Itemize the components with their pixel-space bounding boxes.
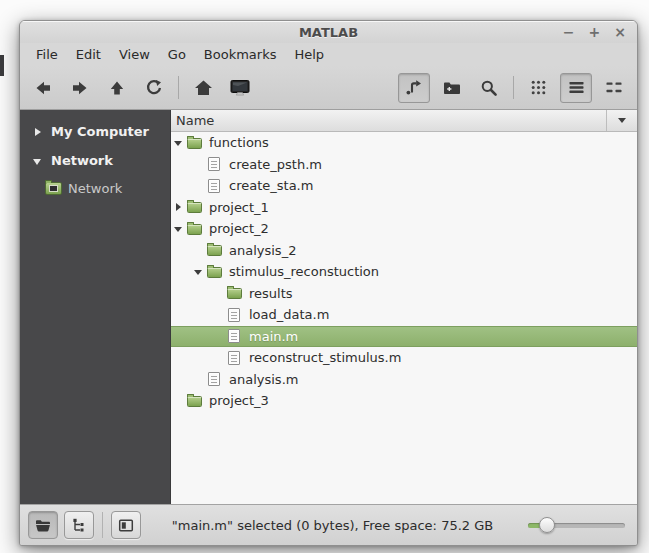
status-text: "main.m" selected (0 bytes), Free space:… xyxy=(147,518,518,533)
expander-collapsed-icon[interactable] xyxy=(33,127,43,137)
back-button[interactable] xyxy=(28,74,58,102)
expander-expanded-icon[interactable] xyxy=(33,156,43,166)
expander-expanded-icon[interactable] xyxy=(174,138,183,148)
search-icon xyxy=(480,79,498,97)
file-icon xyxy=(228,308,240,322)
expander-collapsed-icon[interactable] xyxy=(174,202,183,212)
tree-row[interactable]: stimulus_reconstuction xyxy=(171,261,637,283)
toolbar-separator xyxy=(513,76,514,99)
sidebar-section-network[interactable]: Network xyxy=(20,146,170,175)
tree-row[interactable]: analysis_2 xyxy=(171,240,637,262)
close-button[interactable]: × xyxy=(614,25,626,39)
new-folder-icon xyxy=(443,80,461,96)
tree-row-label: project_1 xyxy=(209,200,269,215)
expander-expanded-icon[interactable] xyxy=(194,267,203,277)
toolbar xyxy=(20,66,637,110)
tree-row[interactable]: analysis.m xyxy=(171,369,637,391)
icon-slot xyxy=(227,329,242,343)
home-button[interactable] xyxy=(188,74,218,102)
file-list-pane: Name functionscreate_psth.mcreate_sta.mp… xyxy=(171,110,637,504)
refresh-button[interactable] xyxy=(139,74,169,102)
icon-slot xyxy=(207,157,222,171)
menu-help[interactable]: Help xyxy=(285,45,333,64)
zoom-slider-handle[interactable] xyxy=(539,517,555,533)
file-icon xyxy=(208,157,220,171)
tree-row[interactable]: project_2 xyxy=(171,218,637,240)
tree-row[interactable]: load_data.m xyxy=(171,304,637,326)
column-menu-button[interactable] xyxy=(606,110,637,131)
tree-row[interactable]: results xyxy=(171,283,637,305)
tree-row[interactable]: create_sta.m xyxy=(171,175,637,197)
new-folder-button[interactable] xyxy=(437,74,467,102)
expander-spacer xyxy=(194,245,203,255)
menu-bookmarks[interactable]: Bookmarks xyxy=(195,45,286,64)
icon-slot xyxy=(187,223,202,235)
toolbar-separator xyxy=(178,76,179,99)
tree-row[interactable]: main.m xyxy=(171,326,637,348)
tree-row-label: functions xyxy=(209,135,269,150)
computer-button[interactable] xyxy=(225,74,255,102)
search-button[interactable] xyxy=(474,74,504,102)
icon-slot xyxy=(207,372,222,386)
statusbar: "main.m" selected (0 bytes), Free space:… xyxy=(20,504,637,545)
expander-spacer xyxy=(214,331,223,341)
statusbar-separator xyxy=(102,512,103,538)
tree-row[interactable]: functions xyxy=(171,132,637,154)
folder-icon xyxy=(187,224,202,235)
menu-go[interactable]: Go xyxy=(159,45,195,64)
tree-row[interactable]: reconstruct_stimulus.m xyxy=(171,347,637,369)
tree-row-label: reconstruct_stimulus.m xyxy=(249,350,401,365)
menu-view[interactable]: View xyxy=(110,45,159,64)
tree-row[interactable]: project_3 xyxy=(171,390,637,412)
tree-row[interactable]: project_1 xyxy=(171,197,637,219)
expander-spacer xyxy=(194,374,203,384)
toolbar-right-group xyxy=(398,73,629,103)
titlebar[interactable]: MATLAB − + × xyxy=(20,21,637,43)
tree-row-label: load_data.m xyxy=(249,307,329,322)
up-button[interactable] xyxy=(102,74,132,102)
hide-panel-icon xyxy=(118,518,134,533)
icon-slot xyxy=(207,266,222,278)
show-treeview-button[interactable] xyxy=(64,511,94,539)
icon-view-button[interactable] xyxy=(523,74,553,102)
folder-icon xyxy=(187,396,202,407)
menu-file[interactable]: File xyxy=(27,45,67,64)
expander-spacer xyxy=(214,353,223,363)
expander-expanded-icon[interactable] xyxy=(174,224,183,234)
sidebar-section-label: My Computer xyxy=(51,124,149,139)
compact-view-icon xyxy=(606,81,622,94)
tree-row-label: results xyxy=(249,286,293,301)
tree-row-label: stimulus_reconstuction xyxy=(229,264,379,279)
places-icon xyxy=(35,518,51,532)
icon-slot xyxy=(227,287,242,299)
window-controls: − + × xyxy=(563,21,626,43)
menu-edit[interactable]: Edit xyxy=(67,45,110,64)
sidebar-item-network[interactable]: Network xyxy=(20,175,170,201)
name-column-header[interactable]: Name xyxy=(171,113,606,128)
list-view-button[interactable] xyxy=(560,73,592,103)
tree-row-label: project_3 xyxy=(209,393,269,408)
minimize-button[interactable]: − xyxy=(563,25,575,39)
zoom-slider[interactable] xyxy=(528,517,625,533)
tree-row-label: create_psth.m xyxy=(229,157,322,172)
compact-view-button[interactable] xyxy=(599,74,629,102)
forward-button[interactable] xyxy=(65,74,95,102)
tree-row[interactable]: create_psth.m xyxy=(171,154,637,176)
show-places-button[interactable] xyxy=(28,511,58,539)
file-icon xyxy=(228,329,240,343)
sidebar-section-my-computer[interactable]: My Computer xyxy=(20,117,170,146)
hide-sidebar-button[interactable] xyxy=(111,511,141,539)
menubar: File Edit View Go Bookmarks Help xyxy=(20,43,637,66)
toggle-location-entry-button[interactable] xyxy=(398,73,430,103)
treeview-icon xyxy=(71,518,87,532)
window-title: MATLAB xyxy=(299,25,358,40)
file-tree: functionscreate_psth.mcreate_sta.mprojec… xyxy=(171,132,637,504)
background-window-edge xyxy=(0,55,4,76)
computer-icon xyxy=(230,79,250,97)
back-icon xyxy=(34,79,52,97)
folder-icon xyxy=(207,245,222,256)
folder-icon xyxy=(187,138,202,149)
file-manager-window: MATLAB − + × File Edit View Go Bookmarks… xyxy=(19,20,638,546)
maximize-button[interactable]: + xyxy=(589,25,601,39)
desktop-background: MATLAB − + × File Edit View Go Bookmarks… xyxy=(0,0,649,553)
